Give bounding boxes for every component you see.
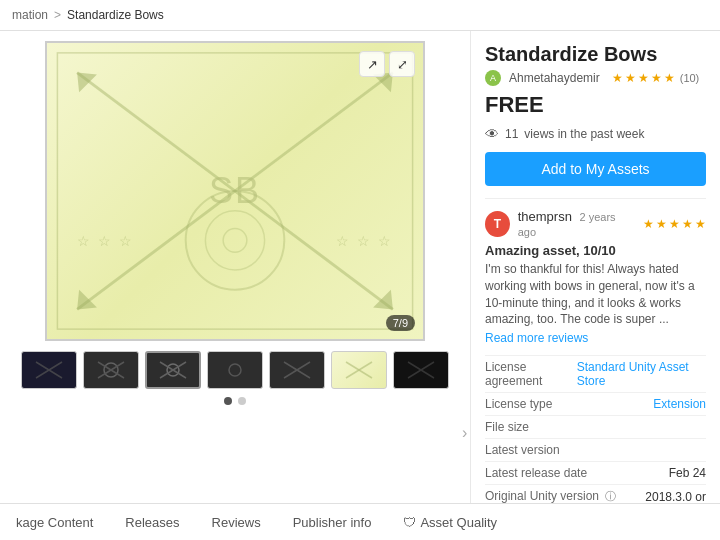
star-2: ★ [625, 71, 636, 85]
latest-release-date-label: Latest release date [485, 466, 587, 480]
thumbnail-2[interactable] [83, 351, 139, 389]
asset-quality-label: Asset Quality [420, 515, 497, 530]
info-table: License agreement Standard Unity Asset S… [485, 355, 706, 503]
image-top-icons: ↗ ⤢ [359, 51, 415, 77]
thumbnail-6[interactable] [331, 351, 387, 389]
author-badge: A [485, 70, 501, 86]
reviewer-avatar: T [485, 211, 510, 237]
price-tag: FREE [485, 92, 706, 118]
package-content-label: kage Content [16, 515, 93, 530]
dot-1[interactable] [224, 397, 232, 405]
breadcrumb-current: Standardize Bows [67, 8, 164, 22]
thumbnail-4[interactable] [207, 351, 263, 389]
star-4: ★ [651, 71, 662, 85]
info-license-agreement: License agreement Standard Unity Asset S… [485, 355, 706, 392]
eye-icon: 👁 [485, 126, 499, 142]
image-overlay: SB [47, 43, 423, 339]
latest-version-label: Latest version [485, 443, 560, 457]
license-type-value[interactable]: Extension [653, 397, 706, 411]
sb-logo: SB [209, 170, 261, 212]
license-agreement-label: License agreement [485, 360, 577, 388]
releases-label: Releases [125, 515, 179, 530]
read-more-reviews[interactable]: Read more reviews [485, 331, 588, 345]
star-1: ★ [612, 71, 623, 85]
info-latest-release-date: Latest release date Feb 24 [485, 461, 706, 484]
right-panel: Standardize Bows A Ahmetahaydemir ★ ★ ★ … [470, 31, 720, 503]
bottom-nav: kage Content Releases Reviews Publisher … [0, 503, 720, 540]
main-content: SB ☆ ☆ ☆ ☆ ☆ ☆ ↗ ⤢ 7/9 [0, 31, 720, 503]
image-counter: 7/9 [386, 315, 415, 331]
original-unity-label: Original Unity version ⓘ [485, 489, 616, 503]
views-label: views in the past week [524, 127, 644, 141]
info-original-unity: Original Unity version ⓘ 2018.3.0 or [485, 484, 706, 503]
thumbnail-5[interactable] [269, 351, 325, 389]
nav-asset-quality[interactable]: 🛡 Asset Quality [399, 507, 501, 538]
stars-right: ☆ ☆ ☆ [336, 233, 393, 249]
share-button[interactable]: ↗ [359, 51, 385, 77]
publisher-info-label: Publisher info [293, 515, 372, 530]
main-image[interactable]: SB ☆ ☆ ☆ ☆ ☆ ☆ ↗ ⤢ 7/9 [45, 41, 425, 341]
review-section: T themprsn 2 years ago ★ ★ ★ ★ ★ Amazing… [485, 198, 706, 345]
shield-icon: 🛡 [403, 515, 416, 530]
review-count[interactable]: (10) [680, 72, 700, 84]
svg-point-18 [229, 364, 241, 376]
thumbnail-1[interactable] [21, 351, 77, 389]
views-count: 11 [505, 127, 518, 141]
review-text: I'm so thankful for this! Always hated w… [485, 261, 706, 328]
left-panel: SB ☆ ☆ ☆ ☆ ☆ ☆ ↗ ⤢ 7/9 [0, 31, 470, 503]
author-row: A Ahmetahaydemir ★ ★ ★ ★ ★ (10) [485, 70, 706, 86]
license-agreement-value[interactable]: Standard Unity Asset Store [577, 360, 706, 388]
thumbnail-7[interactable] [393, 351, 449, 389]
nav-releases[interactable]: Releases [121, 507, 183, 538]
thumbnail-3[interactable] [145, 351, 201, 389]
pagination-dots [224, 397, 246, 405]
info-license-type: License type Extension [485, 392, 706, 415]
info-icon: ⓘ [605, 490, 616, 502]
stars-row: ★ ★ ★ ★ ★ (10) [612, 71, 700, 85]
breadcrumb: mation > Standardize Bows [0, 0, 720, 31]
info-latest-version: Latest version [485, 438, 706, 461]
review-stars: ★ ★ ★ ★ ★ [643, 217, 706, 231]
nav-reviews[interactable]: Reviews [208, 507, 265, 538]
breadcrumb-separator: > [54, 8, 61, 22]
reviewer-name[interactable]: themprsn [518, 209, 572, 224]
author-name[interactable]: Ahmetahaydemir [509, 71, 600, 85]
file-size-label: File size [485, 420, 529, 434]
asset-title: Standardize Bows [485, 43, 706, 66]
stars-left: ☆ ☆ ☆ [77, 233, 134, 249]
star-3: ★ [638, 71, 649, 85]
expand-button[interactable]: ⤢ [389, 51, 415, 77]
nav-publisher-info[interactable]: Publisher info [289, 507, 376, 538]
original-unity-value: 2018.3.0 or [645, 490, 706, 503]
thumbnails-row [21, 351, 449, 389]
reviewer-row: T themprsn 2 years ago ★ ★ ★ ★ ★ [485, 209, 706, 239]
author-initial: A [490, 73, 496, 83]
star-5: ★ [664, 71, 675, 85]
dot-2[interactable] [238, 397, 246, 405]
info-file-size: File size [485, 415, 706, 438]
nav-package-content[interactable]: kage Content [12, 507, 97, 538]
reviewer-info: themprsn 2 years ago [518, 209, 631, 239]
license-type-label: License type [485, 397, 552, 411]
latest-release-date-value: Feb 24 [669, 466, 706, 480]
views-row: 👁 11 views in the past week [485, 126, 706, 142]
add-to-assets-button[interactable]: Add to My Assets [485, 152, 706, 186]
reviews-label: Reviews [212, 515, 261, 530]
review-title: Amazing asset, 10/10 [485, 243, 706, 258]
breadcrumb-parent[interactable]: mation [12, 8, 48, 22]
reviewer-initial: T [494, 217, 501, 231]
